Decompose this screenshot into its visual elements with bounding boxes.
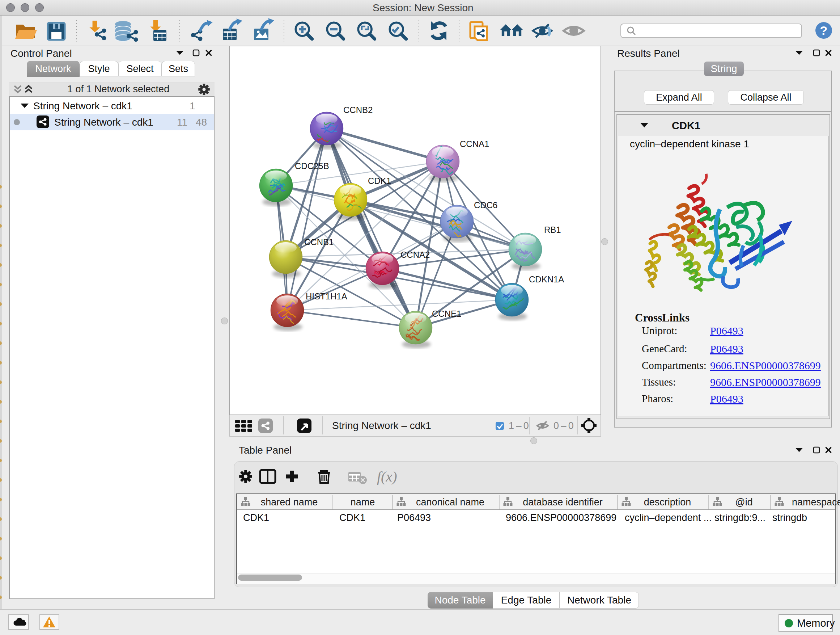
svg-text:CCNA1: CCNA1	[460, 139, 489, 149]
svg-text:CDC6: CDC6	[474, 200, 497, 210]
svg-text:CDK1: CDK1	[368, 176, 391, 186]
svg-text:HIST1H1A: HIST1H1A	[306, 291, 347, 301]
svg-text:CCNE1: CCNE1	[432, 309, 461, 318]
svg-text:?: ?	[820, 24, 828, 37]
svg-text:CDKN1A: CDKN1A	[529, 274, 564, 284]
svg-text:CCNB2: CCNB2	[343, 105, 373, 115]
svg-text:RB1: RB1	[544, 225, 561, 234]
svg-text:CCNA2: CCNA2	[401, 250, 430, 260]
svg-text:CCNB1: CCNB1	[304, 237, 333, 247]
svg-text:CDC25B: CDC25B	[295, 161, 329, 171]
svg-text:f(x): f(x)	[377, 469, 397, 485]
